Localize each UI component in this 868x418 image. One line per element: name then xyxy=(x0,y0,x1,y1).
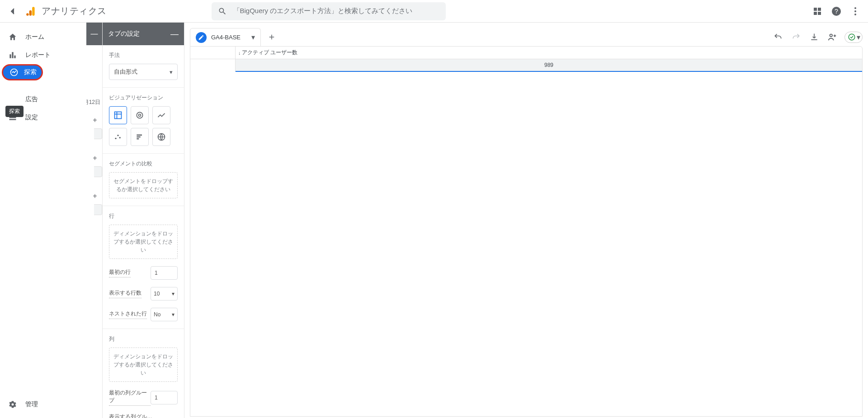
svg-point-18 xyxy=(115,138,116,139)
nav-home[interactable]: ホーム xyxy=(0,28,83,46)
show-rows-select[interactable]: 10▾ xyxy=(151,287,178,301)
start-row-input[interactable] xyxy=(151,266,178,280)
svg-point-11 xyxy=(854,14,856,15)
nav-ads-label: 広告 xyxy=(25,95,38,103)
nav-home-label: ホーム xyxy=(25,33,44,41)
svg-point-17 xyxy=(139,114,141,117)
show-rows-label: 表示する行数 xyxy=(109,289,142,298)
search-placeholder: 「BigQuery のエクスポート方法」と検索してみてください xyxy=(233,7,413,15)
data-quality-button[interactable]: ▾ xyxy=(844,32,863,43)
variables-add-3[interactable]: + xyxy=(90,192,99,201)
variables-panel-collapsed: — 月12日 + + + xyxy=(86,23,103,418)
nav-explore[interactable]: 探索 xyxy=(2,64,43,80)
nav-explore-label: 探索 xyxy=(24,68,37,76)
rows-dropzone[interactable]: ディメンションをドロップするか選択してください xyxy=(109,225,178,259)
svg-point-19 xyxy=(117,135,118,136)
svg-rect-4 xyxy=(818,8,821,11)
col-group-input[interactable] xyxy=(151,391,178,404)
cols-label: 列 xyxy=(109,335,178,343)
tab-settings-panel: タブの設定 — 手法 自由形式 ▾ ビジュアリゼーション セグメントの比較 セ xyxy=(103,23,184,418)
caret-down-icon: ▾ xyxy=(857,33,860,42)
metric-value-cell: 989 xyxy=(236,59,862,72)
viz-geo-icon[interactable] xyxy=(152,128,170,146)
sheet-corner xyxy=(190,47,236,59)
metric-header[interactable]: ↓ アクティブ ユーザー数 xyxy=(236,47,862,59)
method-value: 自由形式 xyxy=(114,68,137,76)
nav-reports-label: レポート xyxy=(25,51,51,59)
nav-explore-tooltip: 探索 xyxy=(5,106,24,117)
download-button[interactable] xyxy=(808,31,820,43)
panel-collapse-button[interactable]: — xyxy=(170,30,179,38)
panel-title: タブの設定 xyxy=(108,30,140,38)
tab-caret-icon[interactable]: ▾ xyxy=(251,33,255,42)
svg-text:?: ? xyxy=(835,8,838,15)
svg-rect-1 xyxy=(29,10,32,15)
svg-rect-5 xyxy=(814,12,817,15)
app-header: アナリティクス 「BigQuery のエクスポート方法」と検索してみてください … xyxy=(0,0,868,23)
edit-tab-icon[interactable] xyxy=(196,32,207,43)
exploration-tab[interactable]: GA4-BASE ▾ xyxy=(190,28,261,46)
col-show-label: 表示する列グル… xyxy=(109,413,152,418)
start-row-label: 最初の行 xyxy=(109,268,131,277)
col-group-label: 最初の列グループ xyxy=(109,389,151,406)
undo-button[interactable] xyxy=(772,31,784,43)
nested-select[interactable]: No▾ xyxy=(151,308,178,321)
svg-point-16 xyxy=(137,112,142,118)
search-icon xyxy=(218,7,227,16)
search-box[interactable]: 「BigQuery のエクスポート方法」と検索してみてください xyxy=(212,2,446,20)
header-actions: ? xyxy=(812,6,861,17)
viz-label: ビジュアリゼーション xyxy=(109,94,178,102)
ga-logo: アナリティクス xyxy=(25,5,107,17)
segment-dropzone[interactable]: セグメントをドロップするか選択してください xyxy=(109,172,178,198)
share-button[interactable] xyxy=(826,31,838,43)
variables-chip-1[interactable] xyxy=(94,128,102,139)
back-button[interactable] xyxy=(7,6,18,17)
viz-bar-icon[interactable] xyxy=(131,128,149,146)
viz-table-icon[interactable] xyxy=(109,106,127,124)
nav-admin-label: 管理 xyxy=(25,400,38,409)
svg-rect-13 xyxy=(115,112,122,119)
rows-label: 行 xyxy=(109,212,178,220)
viz-scatter-icon[interactable] xyxy=(109,128,127,146)
segment-label: セグメントの比較 xyxy=(109,160,178,168)
nav-reports[interactable]: レポート xyxy=(0,46,83,64)
svg-point-25 xyxy=(830,34,833,37)
help-icon[interactable]: ? xyxy=(831,6,842,17)
method-label: 手法 xyxy=(109,52,178,59)
cols-dropzone[interactable]: ディメンションをドロップするか選択してください xyxy=(109,348,178,382)
svg-point-10 xyxy=(854,10,856,12)
svg-rect-3 xyxy=(814,8,817,11)
nav-admin[interactable]: 管理 xyxy=(0,395,83,413)
caret-down-icon: ▾ xyxy=(170,69,173,75)
svg-point-28 xyxy=(849,34,855,40)
variables-chip-2[interactable] xyxy=(94,166,102,177)
variables-chip-3[interactable] xyxy=(94,204,102,215)
tabs-row: GA4-BASE ▾ ▾ xyxy=(190,28,863,46)
nested-label: ネストされた行 xyxy=(109,310,147,319)
redo-button[interactable] xyxy=(790,31,802,43)
panel-header: タブの設定 — xyxy=(103,23,184,45)
sort-arrow-icon: ↓ xyxy=(238,50,241,56)
method-select[interactable]: 自由形式 ▾ xyxy=(109,64,178,80)
more-icon[interactable] xyxy=(850,6,861,17)
result-sheet: ↓ アクティブ ユーザー数 989 xyxy=(190,46,863,417)
tab-actions: ▾ xyxy=(772,31,863,43)
viz-line-icon[interactable] xyxy=(152,106,170,124)
variables-add-2[interactable]: + xyxy=(90,154,99,163)
viz-donut-icon[interactable] xyxy=(131,106,149,124)
svg-point-9 xyxy=(854,7,856,9)
svg-point-20 xyxy=(119,137,121,138)
tab-name: GA4-BASE xyxy=(211,34,241,41)
variables-add-1[interactable]: + xyxy=(90,116,99,125)
svg-rect-6 xyxy=(818,12,821,15)
caret-down-icon: ▾ xyxy=(172,291,175,297)
row-label-cell xyxy=(190,59,236,72)
nav-settings-label: 設定 xyxy=(25,113,38,122)
svg-rect-0 xyxy=(32,7,34,16)
add-tab-button[interactable] xyxy=(263,28,281,46)
exploration-canvas: GA4-BASE ▾ ▾ ↓ アクティブ ユーザー数 xyxy=(184,23,868,418)
app-name: アナリティクス xyxy=(42,5,107,17)
apps-icon[interactable] xyxy=(812,6,823,17)
variables-collapse[interactable]: — xyxy=(86,23,102,45)
metric-header-label: アクティブ ユーザー数 xyxy=(242,49,297,56)
